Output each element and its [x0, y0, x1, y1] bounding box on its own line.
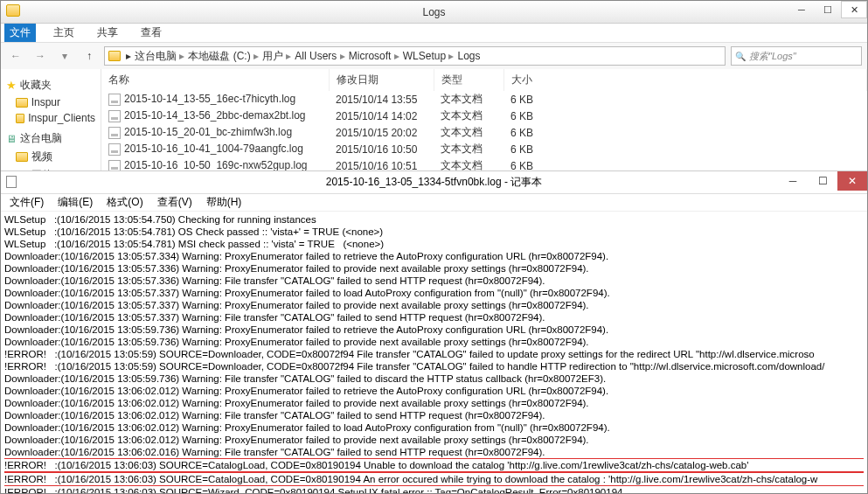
- text-file-icon: [108, 160, 121, 170]
- close-button[interactable]: ✕: [841, 1, 867, 18]
- log-line: Downloader:(10/16/2015 13:06:02.012) War…: [4, 385, 864, 397]
- log-line: Downloader:(10/16/2015 13:06:02.012) War…: [4, 434, 864, 446]
- log-line: !ERROR! :(10/16/2015 13:06:03) SOURCE=Ca…: [4, 458, 864, 472]
- explorer-titlebar[interactable]: Logs ─ ☐ ✕: [1, 1, 867, 24]
- maximize-button[interactable]: ☐: [808, 171, 837, 191]
- folder-icon: [6, 4, 20, 17]
- log-line: Downloader:(10/16/2015 13:05:59.736) War…: [4, 372, 864, 385]
- sidebar-item-inspur-clients[interactable]: Inspur_Clients: [1, 110, 101, 126]
- file-row[interactable]: 2015-10-16_10-50_169c-nxw52gup.log2015/1…: [101, 157, 867, 170]
- search-input[interactable]: 搜索"Logs": [731, 46, 862, 66]
- col-date[interactable]: 修改日期: [329, 69, 434, 91]
- folder-icon: [16, 98, 28, 108]
- sidebar-item-videos[interactable]: 视频: [1, 148, 101, 166]
- file-row[interactable]: 2015-10-16_10-41_1004-79aangfc.log2015/1…: [101, 141, 867, 157]
- menu-help[interactable]: 帮助(H): [203, 194, 246, 211]
- menu-view[interactable]: 查看(V): [154, 194, 196, 211]
- notepad-title: 2015-10-16_13-05_1334-5tfvn0bk.log - 记事本: [326, 175, 543, 190]
- ribbon-tabs: 文件 主页 共享 查看: [1, 24, 867, 43]
- log-line: Downloader:(10/16/2015 13:06:02.012) War…: [4, 409, 864, 421]
- notepad-content[interactable]: WLSetup :(10/16/2015 13:05:54.750) Check…: [1, 212, 867, 494]
- text-file-icon: [108, 127, 121, 139]
- breadcrumb[interactable]: ▸ 这台电脑 本地磁盘 (C:) 用户 All Users Microsoft …: [104, 46, 726, 66]
- log-line: !ERROR! :(10/16/2015 13:06:03) SOURCE=Wi…: [4, 486, 864, 494]
- menu-file[interactable]: 文件(F): [6, 194, 47, 211]
- minimize-button[interactable]: ─: [778, 171, 808, 191]
- log-line: Downloader:(10/16/2015 13:05:57.337) War…: [4, 311, 864, 324]
- minimize-button[interactable]: ─: [788, 1, 815, 18]
- notepad-window: 2015-10-16_13-05_1334-5tfvn0bk.log - 记事本…: [1, 171, 867, 494]
- log-line: Downloader:(10/16/2015 13:05:57.337) War…: [4, 299, 864, 311]
- forward-button[interactable]: →: [31, 46, 50, 66]
- close-button[interactable]: ✕: [837, 171, 867, 191]
- tab-view[interactable]: 查看: [135, 24, 167, 42]
- text-file-icon: [108, 94, 121, 106]
- log-line: Downloader:(10/16/2015 13:06:02.012) War…: [4, 397, 864, 409]
- log-line: Downloader:(10/16/2015 13:06:02.016) War…: [4, 446, 864, 458]
- notepad-titlebar[interactable]: 2015-10-16_13-05_1334-5tfvn0bk.log - 记事本…: [1, 171, 867, 194]
- col-type[interactable]: 类型: [434, 69, 503, 91]
- log-line: !ERROR! :(10/16/2015 13:05:59) SOURCE=Do…: [4, 348, 864, 360]
- folder-icon: [16, 152, 28, 162]
- window-title: Logs: [422, 6, 445, 18]
- log-line: Downloader:(10/16/2015 13:05:59.736) War…: [4, 324, 864, 336]
- column-headers[interactable]: 名称 修改日期 类型 大小: [101, 69, 867, 91]
- address-bar-row: ← → ▾ ↑ ▸ 这台电脑 本地磁盘 (C:) 用户 All Users Mi…: [1, 43, 867, 69]
- sidebar-item-pictures[interactable]: 图片: [1, 166, 101, 170]
- sidebar-computer[interactable]: 🖥这台电脑: [1, 129, 101, 148]
- window-controls: ─ ☐ ✕: [778, 171, 867, 191]
- notepad-menu: 文件(F) 编辑(E) 格式(O) 查看(V) 帮助(H): [1, 194, 867, 212]
- log-line: Downloader:(10/16/2015 13:05:59.736) War…: [4, 336, 864, 348]
- text-file-icon: [108, 110, 121, 122]
- tab-share[interactable]: 共享: [92, 24, 123, 42]
- log-line: Downloader:(10/16/2015 13:05:57.334) War…: [4, 250, 864, 262]
- sidebar: ★收藏夹 Inspur Inspur_Clients 🖥这台电脑 视频 图片 文…: [1, 69, 101, 170]
- file-list: 名称 修改日期 类型 大小 2015-10-14_13-55_16ec-t7hi…: [101, 69, 867, 170]
- log-line: Downloader:(10/16/2015 13:05:57.336) War…: [4, 262, 864, 275]
- maximize-button[interactable]: ☐: [815, 1, 841, 18]
- text-file-icon: [108, 143, 121, 156]
- log-line: !ERROR! :(10/16/2015 13:05:59) SOURCE=Do…: [4, 360, 864, 372]
- back-button[interactable]: ←: [6, 46, 25, 66]
- file-row[interactable]: 2015-10-14_13-55_16ec-t7hicyth.log2015/1…: [101, 91, 867, 108]
- file-row[interactable]: 2015-10-14_13-56_2bbc-demax2bt.log2015/1…: [101, 108, 867, 124]
- col-size[interactable]: 大小: [503, 69, 867, 91]
- history-button[interactable]: ▾: [55, 46, 74, 66]
- sidebar-favorites[interactable]: ★收藏夹: [1, 76, 101, 94]
- tab-file[interactable]: 文件: [4, 24, 36, 42]
- sidebar-item-inspur[interactable]: Inspur: [1, 94, 101, 110]
- text-file-icon: [6, 176, 17, 188]
- log-line: WLSetup :(10/16/2015 13:05:54.781) OS Ch…: [4, 226, 864, 238]
- tab-home[interactable]: 主页: [48, 24, 80, 42]
- explorer-window: Logs ─ ☐ ✕ 文件 主页 共享 查看 ← → ▾ ↑ ▸ 这台电脑 本地…: [1, 1, 867, 171]
- menu-format[interactable]: 格式(O): [103, 194, 146, 211]
- pc-icon: 🖥: [6, 133, 17, 145]
- window-controls: ─ ☐ ✕: [788, 1, 867, 18]
- log-line: Downloader:(10/16/2015 13:05:57.336) War…: [4, 275, 864, 287]
- log-line: WLSetup :(10/16/2015 13:05:54.781) MSI c…: [4, 238, 864, 250]
- log-line: WLSetup :(10/16/2015 13:05:54.750) Check…: [4, 213, 864, 226]
- col-name[interactable]: 名称: [101, 69, 329, 91]
- log-line: Downloader:(10/16/2015 13:06:02.012) War…: [4, 421, 864, 434]
- log-line: Downloader:(10/16/2015 13:05:57.337) War…: [4, 287, 864, 299]
- folder-icon: [108, 51, 121, 61]
- file-row[interactable]: 2015-10-15_20-01_bc-zhimfw3h.log2015/10/…: [101, 124, 867, 141]
- up-button[interactable]: ↑: [80, 46, 99, 66]
- log-line: !ERROR! :(10/16/2015 13:06:03) SOURCE=Ca…: [4, 472, 864, 486]
- star-icon: ★: [6, 79, 17, 92]
- menu-edit[interactable]: 编辑(E): [54, 194, 96, 211]
- folder-icon: [16, 114, 25, 123]
